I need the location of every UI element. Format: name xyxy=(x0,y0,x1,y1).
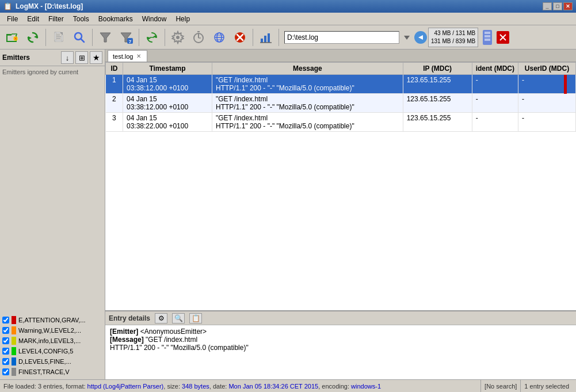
tab-test-log[interactable]: test.log ✕ xyxy=(108,50,147,62)
menu-window[interactable]: Window xyxy=(138,14,171,24)
content-area: test.log ✕ ID Timestamp Message IP (MDC)… xyxy=(105,50,576,379)
col-header-timestamp[interactable]: Timestamp xyxy=(123,63,212,75)
details-search-btn[interactable]: 🔍 xyxy=(172,313,185,324)
menu-help[interactable]: Help xyxy=(171,14,194,24)
go-button[interactable] xyxy=(414,31,427,44)
chart-button[interactable] xyxy=(256,28,276,47)
svg-rect-10 xyxy=(62,35,63,41)
toolbar: 7 D:\test.log 43 MB / 131 MB 131 MB / 83… xyxy=(0,25,576,50)
close-button[interactable]: ✕ xyxy=(563,2,573,10)
level-info-color xyxy=(12,347,16,355)
level-finest-label: FINEST,TRACE,V xyxy=(18,368,70,375)
sidebar-btn-grid[interactable]: ⊞ xyxy=(75,51,88,64)
cell-id-3: 3 xyxy=(106,113,123,132)
toolbar-separator-1 xyxy=(45,29,46,46)
level-mark-color xyxy=(12,337,16,345)
svg-marker-42 xyxy=(418,35,423,40)
table-row[interactable]: 3 04 Jan 15 03:38:22.000 +0100 "GET /ind… xyxy=(106,113,576,132)
level-warn-color xyxy=(12,326,16,334)
window-title: LogMX - [D:\test.log] xyxy=(16,2,83,10)
cell-message-2: "GET /index.html HTTP/1.1" 200 - "-" "Mo… xyxy=(212,94,403,113)
cell-ip-1: 123.65.15.255 xyxy=(403,75,472,94)
network-button[interactable] xyxy=(209,28,229,47)
svg-rect-37 xyxy=(261,39,263,43)
level-warn-label: Warning,W,LEVEL2,... xyxy=(18,327,81,334)
svg-rect-2 xyxy=(6,41,17,42)
cell-timestamp-2: 04 Jan 15 03:38:12.000 +0100 xyxy=(123,94,212,113)
cell-ident-2: - xyxy=(472,94,518,113)
maximize-button[interactable]: □ xyxy=(553,2,562,10)
menu-bookmarks[interactable]: Bookmarks xyxy=(94,14,138,24)
status-file-info: File loaded: xyxy=(3,383,36,390)
new-button[interactable] xyxy=(49,28,68,47)
search-button[interactable] xyxy=(70,28,89,47)
memory-button[interactable] xyxy=(479,28,495,47)
svg-rect-13 xyxy=(56,36,61,37)
stop-button[interactable] xyxy=(230,28,250,47)
details-copy-btn[interactable]: 📋 xyxy=(189,313,202,324)
memory-display: 43 MB / 131 MB 131 MB / 839 MB xyxy=(428,28,478,47)
col-header-userid[interactable]: UserID (MDC) xyxy=(518,63,576,75)
filter-count-button[interactable]: 7 xyxy=(116,28,136,47)
sidebar-btn-star[interactable]: ★ xyxy=(90,51,102,64)
menu-edit[interactable]: Edit xyxy=(22,14,44,24)
col-header-id[interactable]: ID xyxy=(106,63,123,75)
tab-close-button[interactable]: ✕ xyxy=(136,53,141,59)
status-entry-selected: 1 entry selected xyxy=(520,380,573,392)
level-info-checkbox[interactable] xyxy=(2,348,9,355)
svg-line-16 xyxy=(81,39,85,42)
browse-button[interactable] xyxy=(400,31,413,44)
table-row[interactable]: 1 04 Jan 15 03:38:12.000 +0100 "GET /ind… xyxy=(106,75,576,94)
details-settings-btn[interactable]: ⚙ xyxy=(155,313,167,324)
level-warn-checkbox[interactable] xyxy=(2,327,9,334)
open-file-button[interactable] xyxy=(2,28,22,47)
details-message-line2: HTTP/1.1" 200 - "-" "Mozilla/5.0 (compat… xyxy=(110,344,571,352)
status-encoding-label: encoding: xyxy=(322,383,349,390)
col-header-ip[interactable]: IP (MDC) xyxy=(403,63,472,75)
sidebar-btn-sort[interactable]: ↓ xyxy=(61,51,74,64)
menu-file[interactable]: File xyxy=(2,14,22,24)
status-bar: File loaded: 3 entries , format: httpd (… xyxy=(0,379,576,392)
col-header-ident[interactable]: ident (MDC) xyxy=(472,63,518,75)
level-finest-checkbox[interactable] xyxy=(2,368,9,375)
svg-rect-39 xyxy=(268,33,270,43)
refresh-button[interactable] xyxy=(23,28,43,47)
svg-rect-14 xyxy=(56,38,60,39)
timer-button[interactable] xyxy=(189,28,208,47)
menu-filter[interactable]: Filter xyxy=(44,14,68,24)
svg-rect-8 xyxy=(55,32,56,41)
refresh2-button[interactable] xyxy=(142,28,162,47)
title-bar: 📋 LogMX - [D:\test.log] _ □ ✕ xyxy=(0,0,576,13)
emitters-label: Emitters xyxy=(2,54,59,62)
main-layout: Emitters ↓ ⊞ ★ Emitters ignored by curre… xyxy=(0,50,576,379)
app-icon: 📋 xyxy=(3,2,12,10)
file-path-input[interactable]: D:\test.log xyxy=(284,31,399,44)
level-debug-checkbox[interactable] xyxy=(2,358,9,365)
cell-userid-2: - xyxy=(518,94,576,113)
level-error-checkbox[interactable] xyxy=(2,317,9,324)
filter-button[interactable] xyxy=(96,28,115,47)
details-title: Entry details xyxy=(109,314,150,322)
cell-message-1: "GET /index.html HTTP/1.1" 200 - "-" "Mo… xyxy=(212,75,403,94)
level-mark-label: MARK,info,LEVEL3,... xyxy=(18,337,81,344)
status-size-value: 348 bytes xyxy=(182,383,209,390)
svg-rect-1 xyxy=(6,34,7,42)
cell-userid-3: - xyxy=(518,113,576,132)
svg-marker-5 xyxy=(34,35,37,39)
svg-marker-41 xyxy=(404,36,410,40)
cell-ip-2: 123.65.15.255 xyxy=(403,94,472,113)
cell-id-2: 2 xyxy=(106,94,123,113)
sidebar-header: Emitters ↓ ⊞ ★ xyxy=(0,50,105,66)
svg-point-24 xyxy=(176,36,180,39)
settings-button[interactable] xyxy=(168,28,188,47)
minimize-button[interactable]: _ xyxy=(543,2,552,10)
emitter-label: [Emitter] xyxy=(110,328,138,336)
log-table-container[interactable]: ID Timestamp Message IP (MDC) ident (MDC… xyxy=(105,62,576,310)
level-item-warn: Warning,W,LEVEL2,... xyxy=(1,325,104,336)
col-header-message[interactable]: Message xyxy=(212,63,403,75)
close-log-button[interactable] xyxy=(497,31,509,44)
table-row[interactable]: 2 04 Jan 15 03:38:12.000 +0100 "GET /ind… xyxy=(106,94,576,113)
level-mark-checkbox[interactable] xyxy=(2,337,9,344)
cell-timestamp-1: 04 Jan 15 03:38:12.000 +0100 xyxy=(123,75,212,94)
menu-tools[interactable]: Tools xyxy=(68,14,94,24)
